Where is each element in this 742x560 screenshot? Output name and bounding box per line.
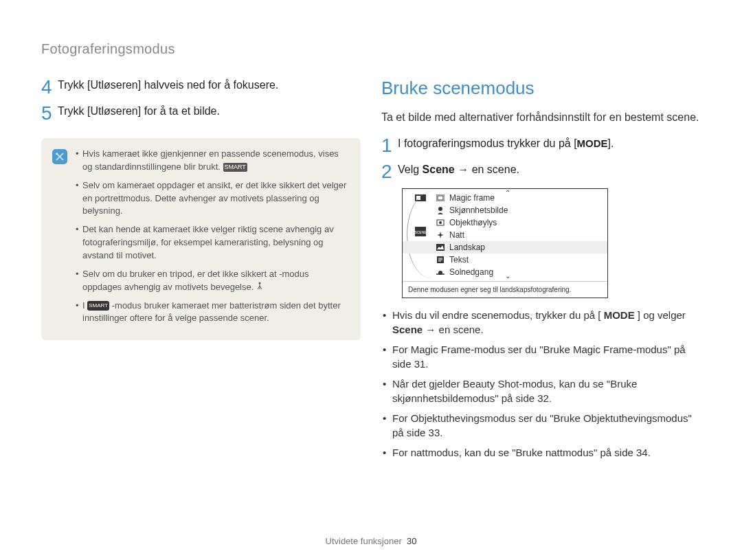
bullet-item: For Magic Frame-modus ser du "Bruke Magi… [381,342,701,371]
note-item: Selv om kameraet oppdager et ansikt, er … [76,179,350,219]
bullet-bold: Scene [392,324,423,335]
smart-icon: SMART [87,301,109,311]
note-icon [52,149,67,164]
section-title: Bruke scenemodus [381,78,701,99]
bullet-item: For nattmodus, kan du se "Bruke nattmodu… [381,445,701,460]
footer-label: Utvidete funksjoner [326,536,402,546]
bullet-item: For Objektuthevingsmodus ser du "Bruke O… [381,411,701,440]
scene-item-magic-frame: Magic frame [403,192,607,204]
note-text: -modus bruker kameraet mer batteristrøm … [82,300,341,324]
night-icon [436,230,445,240]
note-item: Selv om du bruker en tripod, er det ikke… [76,268,350,294]
bullet-item: Når det gjelder Beauty Shot-modus, kan d… [381,377,701,405]
note-box: Hvis kameraet ikke gjenkjenner en passen… [41,138,361,340]
note-text: I [82,300,87,311]
scene-item-beauty: Skjønnhetsbilde [403,204,607,216]
step-text-pre: I fotograferingsmodus trykker du på [ [398,137,577,149]
scene-screenshot: SCENE ⌃ Magic frame Skjønnhetsbilde [402,188,608,298]
intro-line: Ta et bilde med alternativer forhåndsinn… [381,111,701,124]
note-text: Selv om du bruker en tripod, er det ikke… [82,269,308,292]
scene-caption: Denne modusen egner seg til landskapsfot… [403,281,607,298]
step-1-row: 1 I fotograferingsmodus trykker du på [M… [381,136,701,155]
chevron-down-icon: ⌄ [505,272,510,280]
scene-item-object-highlight: Objekthøylys [403,216,607,229]
note-text: Hvis kameraet ikke gjenkjenner en passen… [82,148,339,172]
scene-item-label: Natt [449,230,464,240]
bullet-text: ] og velger [635,309,686,321]
scene-item-landscape: Landskap [403,241,607,254]
step-text: Trykk [Utløseren] for å ta et bilde. [58,104,220,119]
step-number: 2 [381,162,398,181]
left-column: 4 Trykk [Utløseren] halvveis ned for å f… [41,78,361,465]
bullet-text: Hvis du vil endre scenemodus, trykker du… [392,309,604,321]
landscape-icon [436,243,445,252]
note-item: Hvis kameraet ikke gjenkjenner en passen… [76,148,350,174]
note-list: Hvis kameraet ikke gjenkjenner en passen… [76,148,350,331]
sunset-icon [436,267,445,277]
step-number: 5 [41,104,58,123]
step-4-row: 4 Trykk [Utløseren] halvveis ned for å f… [41,78,361,97]
scene-item-label: Magic frame [449,193,495,203]
svg-rect-7 [438,196,443,200]
step-text: Trykk [Utløseren] halvveis ned for å fok… [58,78,278,93]
svg-point-10 [439,221,442,224]
mode-button-label: MODE [604,309,635,321]
step-text: I fotograferingsmodus trykker du på [MOD… [398,136,614,151]
bullet-item: Hvis du vil endre scenemodus, trykker du… [381,308,701,337]
page-number: 30 [407,536,416,546]
svg-rect-11 [436,244,445,251]
scene-item-label: Landskap [449,243,485,252]
step-text-pre: Velg [398,164,423,175]
scene-item-label: Solnedgang [449,267,493,277]
scene-item-night: Natt [403,229,607,241]
note-item: Det kan hende at kameraet ikke velger ri… [76,223,350,262]
step-text-mid: → en scene. [455,164,519,175]
page-footer: Utvidete funksjoner 30 [0,536,742,546]
bullets-list: Hvis du vil endre scenemodus, trykker du… [381,308,701,460]
page-section-header: Fotograferingsmodus [41,41,701,57]
note-item: I SMART I -modus bruker kameraet mer bat… [76,300,350,326]
step-5-row: 5 Trykk [Utløseren] for å ta et bilde. [41,104,361,123]
scene-bold: Scene [423,164,455,175]
tripod-icon [256,281,263,294]
scene-item-label: Tekst [449,255,469,265]
scene-item-text: Tekst [403,254,607,266]
magic-frame-icon [436,193,445,203]
scene-item-label: Skjønnhetsbilde [449,205,508,215]
step-number: 1 [381,136,398,155]
right-column: Bruke scenemodus Ta et bilde med alterna… [381,78,701,465]
smart-icon: SMART [223,163,247,172]
beauty-icon [436,205,445,215]
step-text: Velg Scene → en scene. [398,162,519,177]
scene-item-label: Objekthøylys [449,218,497,227]
step-2-row: 2 Velg Scene → en scene. [381,162,701,181]
mode-button-label: MODE [577,137,608,149]
step-text-post: ]. [608,137,614,149]
svg-point-8 [438,207,442,211]
text-icon [436,255,445,265]
step-number: 4 [41,78,58,97]
bullet-text: → en scene. [423,324,483,335]
object-highlight-icon [436,218,445,227]
